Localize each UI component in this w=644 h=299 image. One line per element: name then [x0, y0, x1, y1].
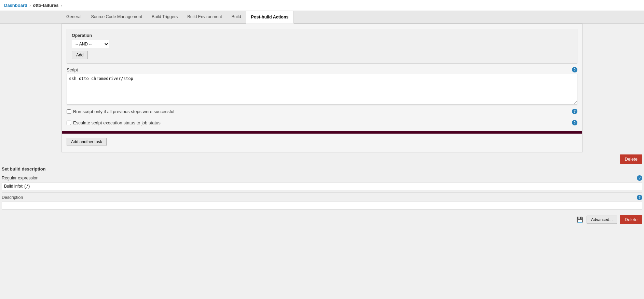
save-icon[interactable]: 💾	[576, 216, 584, 224]
tab-post-build[interactable]: Post-build Actions	[246, 11, 294, 24]
operation-label: Operation	[72, 33, 109, 38]
regex-label: Regular expression	[2, 176, 39, 180]
dark-divider	[62, 131, 582, 134]
post-build-delete-row: Delete	[0, 152, 644, 166]
escalate-checkbox[interactable]	[67, 121, 71, 125]
script-help-icon[interactable]: ?	[572, 67, 577, 72]
regex-label-row: Regular expression ?	[2, 175, 642, 181]
set-build-delete-button[interactable]: Delete	[620, 215, 642, 224]
add-button[interactable]: Add	[72, 51, 88, 59]
description-input[interactable]	[2, 202, 642, 210]
escalate-help-icon[interactable]: ?	[572, 120, 577, 125]
description-help-icon[interactable]: ?	[637, 195, 642, 200]
breadcrumb-current: otto-failures	[33, 3, 58, 8]
regex-group: Regular expression ?	[2, 173, 642, 192]
description-group: Description ?	[2, 192, 642, 212]
run-script-checkbox-group: Run script only if all previous steps we…	[67, 109, 174, 114]
bottom-actions: 💾 Advanced... Delete	[2, 212, 642, 227]
tab-build-env[interactable]: Build Environment	[182, 11, 227, 23]
tabs-bar: General Source Code Management Build Tri…	[0, 11, 644, 24]
escalate-label: Escalate script execution status to job …	[73, 120, 161, 125]
set-build-title: Set build description	[2, 166, 642, 172]
script-section: Script ?	[67, 67, 577, 106]
operation-row: Operation -- AND --	[72, 33, 572, 48]
add-task-row: Add another task	[67, 136, 577, 147]
post-build-delete-button[interactable]: Delete	[620, 154, 642, 164]
breadcrumb-sep1: ›	[29, 3, 31, 8]
script-textarea[interactable]	[67, 74, 577, 105]
tab-build[interactable]: Build	[227, 11, 246, 23]
operation-select[interactable]: -- AND --	[72, 40, 109, 48]
regex-help-icon[interactable]: ?	[637, 175, 642, 181]
breadcrumb: Dashboard › otto-failures ›	[0, 0, 644, 11]
script-label: Script	[67, 67, 78, 72]
set-build-section: Set build description Regular expression…	[2, 166, 642, 227]
run-script-checkbox[interactable]	[67, 109, 71, 114]
run-script-help-icon[interactable]: ?	[572, 109, 577, 114]
description-label: Description	[2, 195, 23, 200]
post-build-section: Operation -- AND -- Add Script ? Ru	[61, 24, 583, 152]
script-label-row: Script ?	[67, 67, 577, 72]
description-label-row: Description ?	[2, 195, 642, 200]
escalate-row: Escalate script execution status to job …	[67, 117, 577, 128]
run-script-label: Run script only if all previous steps we…	[73, 109, 174, 114]
run-script-row: Run script only if all previous steps we…	[67, 106, 577, 117]
add-another-task-button[interactable]: Add another task	[67, 138, 107, 146]
operation-section: Operation -- AND -- Add	[67, 29, 577, 64]
tab-scm[interactable]: Source Code Management	[86, 11, 147, 23]
add-button-row: Add	[72, 51, 572, 59]
tab-general[interactable]: General	[61, 11, 86, 23]
tab-build-triggers[interactable]: Build Triggers	[147, 11, 182, 23]
escalate-checkbox-group: Escalate script execution status to job …	[67, 120, 161, 125]
regex-input[interactable]	[2, 182, 642, 190]
breadcrumb-sep2: ›	[60, 3, 62, 8]
advanced-button[interactable]: Advanced...	[587, 216, 617, 224]
breadcrumb-home[interactable]: Dashboard	[4, 3, 27, 8]
